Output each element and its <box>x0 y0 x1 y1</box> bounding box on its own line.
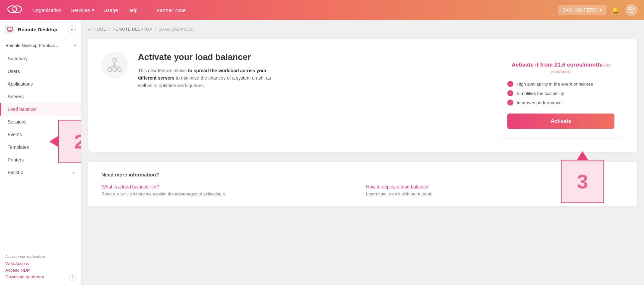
info-item-1: What is a load balancer for? Read our ar… <box>101 184 359 196</box>
add-service-button[interactable]: + <box>68 25 76 33</box>
check-icon-3: ✓ <box>507 100 513 106</box>
lb-card-left: Activate your load balancer This new fea… <box>101 52 484 139</box>
download-generator-link[interactable]: Download generator <box>5 274 44 279</box>
sidebar-item-sessions[interactable]: Sessions <box>0 116 81 128</box>
sidebar-item-servers[interactable]: Servers <box>0 90 81 103</box>
load-balancer-icon <box>106 57 123 74</box>
sidebar: Remote Desktop + Remote Desktop Pruebas … <box>0 20 81 285</box>
region-selector[interactable]: SAN JUNIPERO ▾ <box>558 5 606 15</box>
home-icon: ⌂ <box>88 27 91 32</box>
info-desc-2: Learn how to do it with our tutorial. <box>366 191 624 196</box>
sidebar-bottom: Access your applications Web Access Acce… <box>0 250 81 285</box>
load-balancer-card: Activate your load balancer This new fea… <box>88 39 637 152</box>
sidebar-item-events[interactable]: Events <box>0 128 81 141</box>
svg-point-1 <box>13 6 22 13</box>
info-link-2[interactable]: How to deploy a load balancer <box>366 184 624 189</box>
lb-price: Activate it from 21.6 euros/month(0,03 c… <box>507 62 614 75</box>
sidebar-header: Remote Desktop + <box>0 20 81 39</box>
nav-divider <box>147 5 147 15</box>
chevron-down-icon: ▾ <box>599 7 602 13</box>
sidebar-item-printers[interactable]: Printers <box>0 153 81 166</box>
info-desc-1: Read our article where we explain the ad… <box>101 191 359 196</box>
svg-line-13 <box>115 65 120 68</box>
notifications-bell-icon[interactable]: 🔔 <box>612 6 620 14</box>
help-icon[interactable]: ? <box>69 274 76 281</box>
logo[interactable] <box>7 3 23 17</box>
info-grid: What is a load balancer for? Read our ar… <box>101 184 624 196</box>
web-access-link[interactable]: Web Access <box>5 261 76 266</box>
svg-point-0 <box>8 6 17 13</box>
sidebar-bottom-section-title: Access your applications <box>5 254 76 258</box>
acceso-rdp-link[interactable]: Acceso RDP <box>5 268 76 273</box>
svg-point-9 <box>118 68 122 72</box>
nav-item-partner-zone[interactable]: Partner Zone <box>157 7 186 13</box>
breadcrumb-page: LOAD BALANCER <box>159 27 194 32</box>
lb-features-list: ✓ High availability in the event of fail… <box>507 81 614 106</box>
main-layout: Remote Desktop + Remote Desktop Pruebas … <box>0 20 644 285</box>
svg-point-6 <box>113 58 117 62</box>
info-section: Need more information? What is a load ba… <box>88 162 637 206</box>
sidebar-item-backup[interactable]: Backup ▾ <box>0 166 81 179</box>
svg-rect-2 <box>7 27 13 31</box>
svg-line-11 <box>110 65 115 68</box>
lb-description-text: This new feature allows to spread the wo… <box>138 67 271 89</box>
check-icon-1: ✓ <box>507 81 513 87</box>
nav-item-services[interactable]: Services ▾ <box>71 7 94 13</box>
chevron-down-icon: ▾ <box>74 44 76 47</box>
breadcrumb-home[interactable]: HOME <box>93 27 106 32</box>
lb-title: Activate your load balancer <box>138 52 271 62</box>
nav-item-help[interactable]: Help <box>127 7 138 13</box>
content-area: 3 ⌂ HOME / REMOTE DESKTOP / LOAD BALANCE… <box>81 20 644 285</box>
breadcrumb-sep-2: / <box>155 27 156 32</box>
info-heading: Need more information? <box>101 172 624 177</box>
lb-description: Activate your load balancer This new fea… <box>138 52 271 89</box>
sidebar-item-users[interactable]: Users <box>0 65 81 78</box>
lb-feature-1: ✓ High availability in the event of fail… <box>507 81 614 87</box>
env-selector[interactable]: Remote Desktop Pruebas ... ▾ <box>0 39 81 52</box>
lb-feature-2: ✓ Simplifies the scalability <box>507 90 614 96</box>
activate-button[interactable]: Activate <box>507 114 614 129</box>
sidebar-item-templates[interactable]: Templates <box>0 141 81 153</box>
sidebar-item-applications[interactable]: Applications <box>0 78 81 90</box>
lb-icon-container <box>101 52 128 79</box>
sidebar-nav: Summary Users Applications Servers Load … <box>0 52 81 250</box>
check-icon-2: ✓ <box>507 90 513 96</box>
service-icon <box>5 25 15 34</box>
nav-item-organisation[interactable]: Organisation <box>33 7 62 13</box>
svg-point-7 <box>108 68 112 72</box>
breadcrumb-sep-1: / <box>109 27 110 32</box>
nav-links: Organisation Services ▾ Usage Help Partn… <box>33 5 548 15</box>
top-navigation: Organisation Services ▾ Usage Help Partn… <box>0 0 644 20</box>
sidebar-item-summary[interactable]: Summary <box>0 52 81 65</box>
sidebar-item-load-balancer[interactable]: Load balancer <box>0 103 81 116</box>
nav-item-usage[interactable]: Usage <box>104 7 118 13</box>
lb-feature-3: ✓ Improves performance <box>507 100 614 106</box>
nav-right: SAN JUNIPERO ▾ 🔔 ZDS TBL <box>558 4 637 16</box>
breadcrumb: ⌂ HOME / REMOTE DESKTOP / LOAD BALANCER <box>88 27 637 32</box>
sidebar-service-title: Remote Desktop <box>18 27 64 32</box>
svg-point-8 <box>113 68 117 72</box>
chevron-down-icon: ▾ <box>73 171 74 174</box>
info-item-2: How to deploy a load balancer Learn how … <box>366 184 624 196</box>
info-link-1[interactable]: What is a load balancer for? <box>101 184 359 189</box>
chevron-down-icon: ▾ <box>92 7 94 13</box>
user-avatar[interactable]: ZDS TBL <box>625 4 637 16</box>
breadcrumb-service[interactable]: REMOTE DESKTOP <box>113 27 152 32</box>
lb-pricing-card: Activate it from 21.6 euros/month(0,03 c… <box>498 52 624 139</box>
